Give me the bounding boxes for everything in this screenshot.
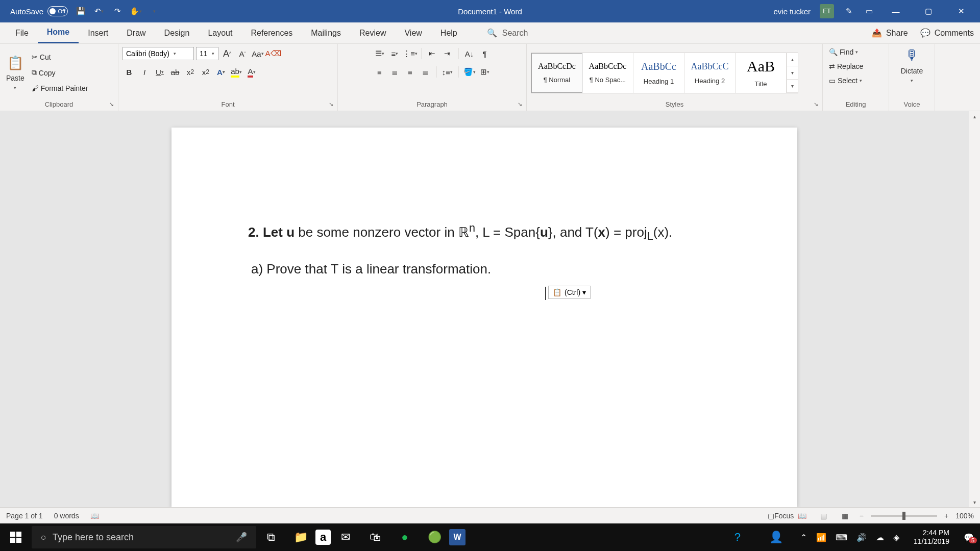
find-button[interactable]: 🔍Find▾ [827,47,860,57]
coming-soon-icon[interactable]: ✎ [843,6,854,17]
font-dialog-icon[interactable]: ↘ [329,101,333,108]
maximize-button[interactable]: ▢ [917,0,940,22]
align-center-icon[interactable]: ≣ [388,65,402,79]
style-title[interactable]: AaB Title [736,53,787,93]
zoom-in-icon[interactable]: + [944,512,948,520]
focus-mode-button[interactable]: ▢ Focus [774,510,788,522]
zoom-slider[interactable] [871,515,937,517]
change-case-icon[interactable]: Aa▾ [251,47,264,60]
tab-help[interactable]: Help [431,22,467,43]
decrease-indent-icon[interactable]: ⇤ [426,47,439,60]
user-name[interactable]: evie tucker [773,7,811,16]
tab-draw[interactable]: Draw [117,22,155,43]
web-layout-icon[interactable]: ▦ [838,510,852,522]
tab-references[interactable]: References [241,22,302,43]
underline-button[interactable]: U▾ [153,65,166,79]
clipboard-dialog-icon[interactable]: ↘ [109,101,114,108]
gallery-more-icon[interactable]: ▾ [787,80,798,93]
chrome-icon[interactable]: 🟢 [420,523,449,551]
onedrive-icon[interactable]: ☁ [876,533,884,542]
get-help-icon[interactable]: ? [723,531,752,544]
zoom-out-icon[interactable]: − [860,512,864,520]
gallery-up-icon[interactable]: ▴ [787,53,798,66]
align-left-icon[interactable]: ≡ [373,65,386,79]
word-count[interactable]: 0 words [54,512,79,520]
paste-options-smart-tag[interactable]: 📋(Ctrl) ▾ [548,286,591,299]
print-layout-icon[interactable]: ▤ [817,510,831,522]
action-center-icon[interactable]: 💬5 [964,533,974,542]
minimize-button[interactable]: — [884,0,908,22]
style-normal[interactable]: AaBbCcDc ¶ Normal [531,53,582,93]
select-button[interactable]: ▭Select▾ [827,76,864,86]
dropbox-icon[interactable]: ◈ [893,533,899,542]
cut-button[interactable]: ✂Cut [30,52,90,62]
line-spacing-icon[interactable]: ↕≡▾ [441,65,454,79]
page[interactable]: 2. Let u be some nonzero vector in ℝn, L… [172,128,797,507]
dictate-icon[interactable]: 🎙 [905,47,919,64]
paragraph-dialog-icon[interactable]: ↘ [518,101,522,108]
autosave-toggle[interactable]: AutoSave Off [10,6,68,16]
italic-button[interactable]: I [138,65,151,79]
start-button[interactable] [0,523,32,551]
scroll-track[interactable] [969,121,980,497]
clear-formatting-icon[interactable]: A⌫ [266,47,280,60]
font-color-icon[interactable]: A▾ [245,65,258,79]
redo-icon[interactable]: ↷ [112,6,123,17]
scroll-up-icon[interactable]: ▴ [969,111,980,121]
borders-icon[interactable]: ⊞▾ [478,65,492,79]
font-name-select[interactable]: Calibri (Body)▾ [122,47,194,60]
grow-font-icon[interactable]: A^ [220,47,234,60]
language-icon[interactable]: ⌨ [836,533,847,542]
tab-design[interactable]: Design [155,22,199,43]
close-button[interactable]: ✕ [949,0,973,22]
share-button[interactable]: 📤Share [872,28,908,38]
qat-customize-icon[interactable]: ▾ [149,6,160,17]
comments-button[interactable]: 💬Comments [920,28,974,38]
bullets-icon[interactable]: ☰▾ [373,47,386,60]
read-mode-icon[interactable]: 📖 [795,510,810,522]
scroll-down-icon[interactable]: ▾ [969,497,980,507]
gallery-down-icon[interactable]: ▾ [787,66,798,80]
shading-icon[interactable]: 🪣▾ [463,65,476,79]
word-icon[interactable]: W [449,529,465,545]
amazon-icon[interactable]: a [315,530,331,545]
mic-icon[interactable]: 🎤 [236,532,247,543]
subscript-button[interactable]: x2 [184,65,197,79]
bold-button[interactable]: B [122,65,136,79]
tab-view[interactable]: View [395,22,431,43]
style-heading1[interactable]: AaBbCc Heading 1 [633,53,684,93]
paste-dropdown-icon[interactable]: ▾ [14,85,16,90]
style-no-spacing[interactable]: AaBbCcDc ¶ No Spac... [582,53,633,93]
copy-button[interactable]: ⧉Copy [30,67,90,78]
font-size-select[interactable]: 11▾ [196,47,218,60]
store-icon[interactable]: 🛍 [360,523,390,551]
paste-button[interactable]: Paste [4,73,27,83]
mail-icon[interactable]: ✉ [331,523,360,551]
paste-icon[interactable]: 📋 [7,55,23,71]
ribbon-display-icon[interactable]: ▭ [864,6,875,17]
increase-indent-icon[interactable]: ⇥ [441,47,454,60]
text-effects-icon[interactable]: A▾ [214,65,228,79]
zoom-level[interactable]: 100% [955,512,974,520]
task-view-icon[interactable]: ⧉ [256,523,286,551]
tab-insert[interactable]: Insert [79,22,117,43]
volume-icon[interactable]: 🔊 [856,533,867,542]
replace-button[interactable]: ⇄Replace [827,61,865,71]
tab-file[interactable]: File [6,22,38,43]
page-indicator[interactable]: Page 1 of 1 [6,512,43,520]
tab-home[interactable]: Home [38,22,79,43]
show-marks-icon[interactable]: ¶ [478,47,492,60]
styles-dialog-icon[interactable]: ↘ [814,101,818,108]
align-right-icon[interactable]: ≡ [404,65,417,79]
save-icon[interactable]: 💾 [75,6,86,17]
justify-icon[interactable]: ≣ [419,65,432,79]
strikethrough-button[interactable]: ab [168,65,182,79]
dictate-button[interactable]: Dictate [899,66,925,76]
tab-review[interactable]: Review [350,22,395,43]
undo-icon[interactable]: ↶▾ [93,6,105,17]
shrink-font-icon[interactable]: Aˇ [236,47,249,60]
vertical-scrollbar[interactable]: ▴ ▾ [969,111,980,507]
tray-expand-icon[interactable]: ⌃ [800,533,807,542]
file-explorer-icon[interactable]: 📁 [286,523,315,551]
cortana-search[interactable]: ○ Type here to search 🎤 [32,526,256,548]
